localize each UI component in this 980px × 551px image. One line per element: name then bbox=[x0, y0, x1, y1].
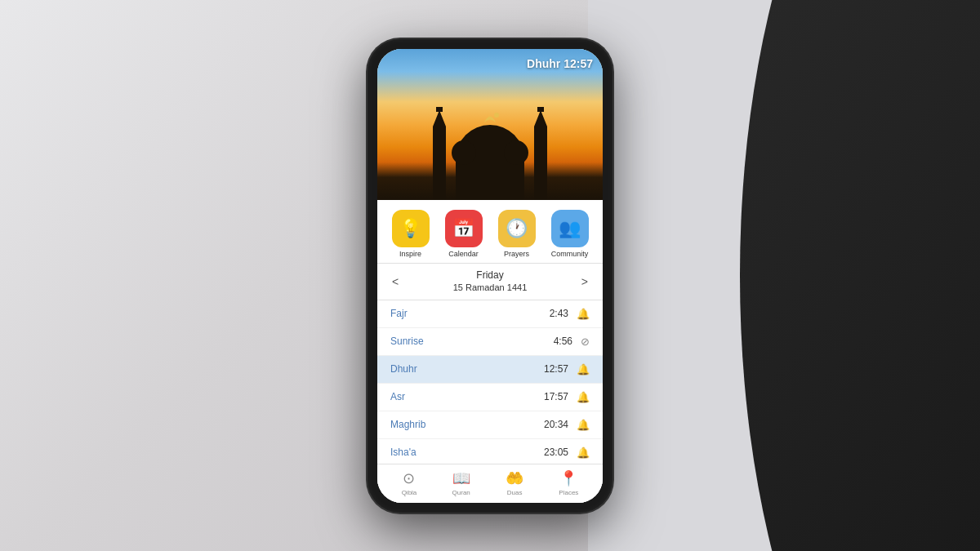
asr-time: 17:57 bbox=[544, 391, 568, 402]
prayers-icon-circle: 🕐 bbox=[498, 210, 536, 247]
date-display: Friday 15 Ramadan 1441 bbox=[453, 269, 528, 295]
svg-marker-6 bbox=[534, 110, 547, 127]
phone-device: Dhuhr 12:57 💡 Inspire 📅 Calendar bbox=[368, 39, 612, 513]
svg-rect-7 bbox=[537, 107, 544, 112]
duas-label: Duas bbox=[507, 489, 523, 496]
nav-calendar[interactable]: 📅 Calendar bbox=[445, 210, 483, 258]
prayer-row-ishaa[interactable]: Isha'a 23:05 🔔 bbox=[377, 439, 603, 464]
svg-point-9 bbox=[504, 140, 528, 165]
phone-wrapper: Dhuhr 12:57 💡 Inspire 📅 Calendar bbox=[368, 39, 612, 513]
nav-icons-row: 💡 Inspire 📅 Calendar 🕐 Prayers bbox=[377, 200, 603, 263]
mosque-silhouette bbox=[408, 94, 572, 200]
calendar-label: Calendar bbox=[448, 250, 479, 258]
community-icon-circle: 👥 bbox=[551, 210, 589, 247]
dhuhr-name: Dhuhr bbox=[390, 363, 544, 375]
hero-image: Dhuhr 12:57 bbox=[377, 49, 603, 200]
ishaa-name: Isha'a bbox=[390, 447, 544, 458]
prayer-time-header: Dhuhr 12:57 bbox=[527, 57, 593, 70]
ishaa-time: 23:05 bbox=[544, 447, 568, 458]
date-navigation: < Friday 15 Ramadan 1441 > bbox=[377, 263, 603, 300]
svg-rect-2 bbox=[433, 127, 446, 200]
svg-marker-3 bbox=[433, 110, 446, 127]
inspire-icon-circle: 💡 bbox=[392, 210, 430, 247]
prayer-row-maghrib[interactable]: Maghrib 20:34 🔔 bbox=[377, 411, 603, 439]
svg-rect-5 bbox=[534, 127, 547, 200]
calendar-icon-circle: 📅 bbox=[445, 210, 483, 247]
asr-bell-icon[interactable]: 🔔 bbox=[577, 391, 590, 403]
sunrise-name: Sunrise bbox=[390, 335, 554, 347]
fajr-time: 2:43 bbox=[550, 308, 568, 319]
svg-point-8 bbox=[452, 140, 476, 165]
maghrib-bell-icon[interactable]: 🔔 bbox=[577, 419, 590, 431]
maghrib-time: 20:34 bbox=[544, 419, 568, 430]
fajr-bell-icon[interactable]: 🔔 bbox=[577, 308, 590, 320]
places-icon: 📍 bbox=[559, 469, 577, 487]
prev-date-arrow[interactable]: < bbox=[387, 273, 403, 290]
prayer-row-dhuhr[interactable]: Dhuhr 12:57 🔔 bbox=[377, 356, 603, 384]
svg-rect-4 bbox=[436, 107, 443, 112]
community-label: Community bbox=[551, 250, 589, 258]
prayer-row-fajr[interactable]: Fajr 2:43 🔔 bbox=[377, 300, 603, 328]
qibla-icon: ⊙ bbox=[403, 469, 415, 487]
duas-icon: 🤲 bbox=[506, 469, 523, 487]
background-right-dark bbox=[637, 0, 980, 551]
sunrise-bell-icon[interactable]: ⊘ bbox=[581, 335, 590, 348]
tab-duas[interactable]: 🤲 Duas bbox=[506, 469, 523, 496]
inspire-label: Inspire bbox=[399, 250, 421, 258]
app-content: 💡 Inspire 📅 Calendar 🕐 Prayers bbox=[377, 200, 603, 503]
prayer-times-list: Fajr 2:43 🔔 Sunrise 4:56 ⊘ Dhuhr 12:57 bbox=[377, 300, 603, 464]
prayer-row-sunrise[interactable]: Sunrise 4:56 ⊘ bbox=[377, 328, 603, 356]
bottom-tab-bar: ⊙ Qibla 📖 Quran 🤲 Duas 📍 Places bbox=[377, 464, 603, 503]
prayer-row-asr[interactable]: Asr 17:57 🔔 bbox=[377, 384, 603, 411]
fajr-name: Fajr bbox=[390, 308, 550, 319]
places-label: Places bbox=[559, 489, 578, 496]
ishaa-bell-icon[interactable]: 🔔 bbox=[577, 447, 590, 459]
sunrise-time: 4:56 bbox=[554, 335, 572, 347]
phone-screen: Dhuhr 12:57 💡 Inspire 📅 Calendar bbox=[377, 49, 603, 503]
dhuhr-bell-icon[interactable]: 🔔 bbox=[577, 363, 590, 375]
svg-point-10 bbox=[494, 113, 499, 118]
quran-icon: 📖 bbox=[452, 469, 470, 487]
next-date-arrow[interactable]: > bbox=[577, 273, 593, 290]
day-name: Friday bbox=[453, 269, 528, 282]
tab-places[interactable]: 📍 Places bbox=[559, 469, 578, 496]
qibla-label: Qibla bbox=[402, 489, 417, 496]
prayers-label: Prayers bbox=[504, 250, 529, 258]
nav-community[interactable]: 👥 Community bbox=[551, 210, 589, 258]
nav-inspire[interactable]: 💡 Inspire bbox=[392, 210, 430, 258]
nav-prayers[interactable]: 🕐 Prayers bbox=[498, 210, 536, 258]
dhuhr-time: 12:57 bbox=[544, 363, 568, 375]
hijri-date: 15 Ramadan 1441 bbox=[453, 282, 528, 294]
tab-quran[interactable]: 📖 Quran bbox=[452, 469, 470, 496]
asr-name: Asr bbox=[390, 391, 544, 402]
maghrib-name: Maghrib bbox=[390, 419, 544, 430]
quran-label: Quran bbox=[452, 489, 470, 496]
tab-qibla[interactable]: ⊙ Qibla bbox=[402, 469, 417, 496]
